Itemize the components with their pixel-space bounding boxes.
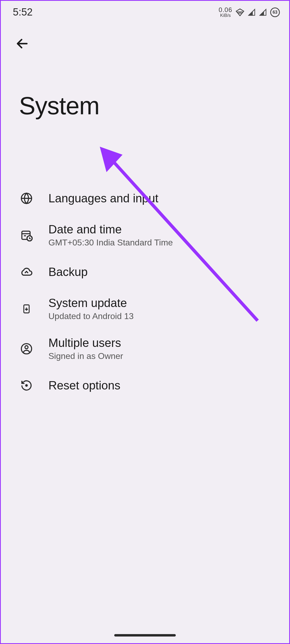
menu-list: Languages and input Date and time GMT+05… (1, 120, 289, 402)
menu-item-subtitle: GMT+05:30 India Standard Time (48, 238, 173, 248)
menu-item-subtitle: Signed in as Owner (48, 351, 123, 361)
battery-indicator: 63 (270, 7, 280, 17)
phone-download-icon (20, 302, 33, 315)
signal-icon-1 (248, 8, 256, 16)
page-title: System (1, 52, 289, 120)
data-rate-indicator: 0.06 KiB/s (219, 7, 232, 18)
signal-icon-2 (259, 8, 267, 16)
back-button[interactable] (14, 36, 30, 52)
menu-item-title: Backup (48, 265, 88, 279)
menu-item-languages-input[interactable]: Languages and input (1, 181, 289, 215)
menu-item-title: Date and time (48, 223, 173, 236)
user-circle-icon (20, 342, 33, 355)
navigation-handle[interactable] (114, 634, 176, 637)
menu-item-multiple-users[interactable]: Multiple users Signed in as Owner (1, 329, 289, 369)
menu-item-title: Languages and input (48, 192, 158, 205)
status-bar: 5:52 0.06 KiB/s 63 (1, 1, 289, 21)
cloud-upload-icon (20, 266, 33, 278)
wifi-icon (235, 8, 245, 17)
menu-item-title: Multiple users (48, 336, 123, 350)
data-rate-unit: KiB/s (220, 13, 231, 18)
menu-item-title: System update (48, 296, 133, 310)
menu-item-backup[interactable]: Backup (1, 255, 289, 289)
data-rate-value: 0.06 (219, 7, 232, 13)
menu-item-date-time[interactable]: Date and time GMT+05:30 India Standard T… (1, 215, 289, 255)
status-right: 0.06 KiB/s 63 (219, 7, 280, 18)
menu-item-subtitle: Updated to Android 13 (48, 311, 133, 321)
globe-icon (20, 192, 33, 205)
status-time: 5:52 (13, 6, 33, 18)
calendar-clock-icon (20, 229, 33, 242)
reset-icon (20, 379, 33, 392)
svg-point-13 (25, 346, 28, 349)
svg-point-14 (26, 385, 27, 386)
menu-item-reset-options[interactable]: Reset options (1, 369, 289, 402)
menu-item-title: Reset options (48, 379, 120, 392)
menu-item-system-update[interactable]: System update Updated to Android 13 (1, 289, 289, 329)
